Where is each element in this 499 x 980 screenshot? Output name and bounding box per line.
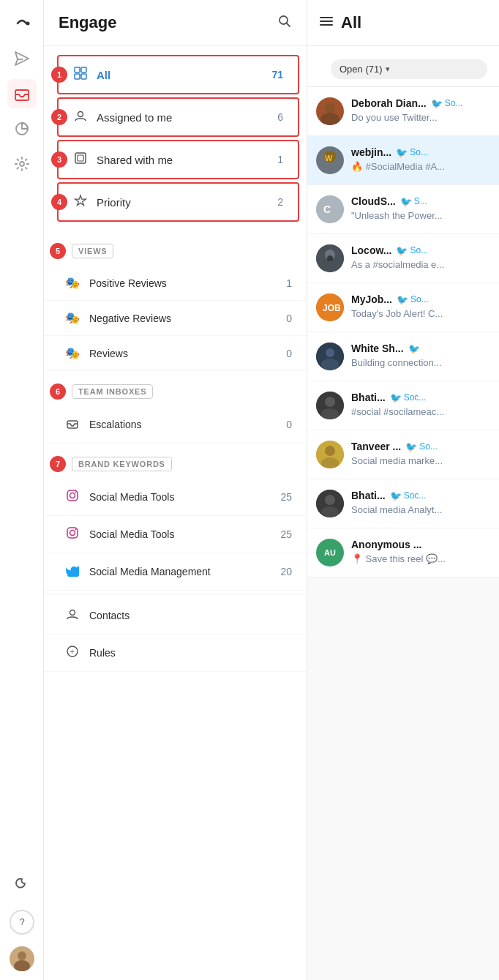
conv-name-locow: Locow... xyxy=(351,244,391,256)
search-icon[interactable] xyxy=(277,14,292,32)
reviews-count: 0 xyxy=(286,348,292,359)
rules-item[interactable]: + Rules xyxy=(44,635,307,672)
conversation-tanveer[interactable]: Tanveer ... 🐦 So... Social media marke..… xyxy=(307,430,499,479)
hamburger-icon[interactable] xyxy=(319,14,334,32)
escalations-item[interactable]: Escalations 0 xyxy=(44,406,307,444)
social-media-tools-2-count: 25 xyxy=(280,528,292,540)
negative-reviews-item[interactable]: 🎭 Negative Reviews 0 xyxy=(44,301,307,336)
nav-item-priority[interactable]: Priority 2 xyxy=(57,182,299,222)
conversation-webjin[interactable]: W webjin... 🐦 So... 🔥 #SocialMedia #A... xyxy=(307,136,499,185)
svg-point-4 xyxy=(20,162,24,166)
conversation-bhati2[interactable]: Bhati... 🐦 Soc... Social media Analyt... xyxy=(307,479,499,528)
social-media-tools-2[interactable]: Social Media Tools 25 xyxy=(44,516,307,553)
avatar-tanveer xyxy=(316,441,344,468)
conv-platform-tanveer: 🐦 So... xyxy=(405,441,438,452)
svg-rect-11 xyxy=(81,67,86,72)
conversation-deborah[interactable]: Deborah Dian... 🐦 So... Do you use Twitt… xyxy=(307,87,499,136)
shared-count: 1 xyxy=(277,154,283,165)
conv-message-deborah: Do you use Twitter... xyxy=(351,112,490,123)
conversation-myjob[interactable]: JOB MyJob... 🐦 So... Today's Job Alert! … xyxy=(307,283,499,332)
nav-item-shared[interactable]: Shared with me 1 xyxy=(57,140,299,179)
social-media-tools-1[interactable]: Social Media Tools 25 xyxy=(44,479,307,516)
main-nav-section: 1 All 71 2 xyxy=(44,46,307,231)
nav-item-assigned[interactable]: Assigned to me 6 xyxy=(57,97,299,137)
conversation-whitesh[interactable]: White Sh... 🐦 Building connection... xyxy=(307,332,499,381)
chart-icon[interactable] xyxy=(7,114,37,143)
conv-platform-label-clouds: S... xyxy=(414,196,427,206)
svg-text:+: + xyxy=(70,648,75,656)
conv-name-whitesh: White Sh... xyxy=(351,343,404,354)
priority-label: Priority xyxy=(97,196,131,209)
twitter-platform-icon-2: 🐦 xyxy=(396,147,408,158)
conversation-bhati1[interactable]: Bhati... 🐦 Soc... #social #socilameac... xyxy=(307,381,499,430)
conv-platform-label-webjin: So... xyxy=(410,147,428,157)
twitter-platform-icon: 🐦 xyxy=(431,98,443,109)
shared-label: Shared with me xyxy=(97,154,173,166)
priority-count: 2 xyxy=(277,196,283,208)
twitter-platform-icon-6: 🐦 xyxy=(408,343,420,354)
all-label: All xyxy=(97,69,110,81)
views-label: VIEWS xyxy=(72,244,113,258)
contacts-icon xyxy=(64,607,80,624)
conversation-anonymous[interactable]: AU Anonymous ... 📍 Save this reel 💬... xyxy=(307,528,499,577)
svg-point-14 xyxy=(78,112,83,117)
conv-platform-label-bhati1: Soc... xyxy=(404,392,427,403)
main-header: All xyxy=(307,0,499,46)
user-avatar[interactable] xyxy=(10,946,34,971)
conv-platform-myjob: 🐦 So... xyxy=(397,294,429,305)
inbox-icon[interactable] xyxy=(7,79,37,108)
social-media-management-label: Social Media Management xyxy=(89,566,211,577)
contacts-item[interactable]: Contacts xyxy=(44,597,307,635)
conv-message-bhati1: #social #socilameac... xyxy=(351,406,490,417)
reviews-item[interactable]: 🎭 Reviews 0 xyxy=(44,336,307,371)
positive-reviews-icon: 🎭 xyxy=(64,276,80,290)
send-icon[interactable] xyxy=(7,44,37,73)
svg-rect-15 xyxy=(75,153,86,163)
nav-item-all[interactable]: All 71 xyxy=(57,55,299,94)
conversation-clouds[interactable]: C CloudS... 🐦 S... "Unleash the Power... xyxy=(307,185,499,234)
conv-message-anonymous: 📍 Save this reel 💬... xyxy=(351,553,490,564)
sidebar: Engage 1 xyxy=(44,0,307,980)
settings-icon[interactable] xyxy=(7,149,37,179)
positive-reviews-item[interactable]: 🎭 Positive Reviews 1 xyxy=(44,266,307,301)
svg-point-7 xyxy=(14,960,30,971)
sidebar-title: Engage xyxy=(59,13,116,32)
twitter-platform-icon-7: 🐦 xyxy=(390,392,402,403)
escalations-label: Escalations xyxy=(89,419,142,430)
conv-platform-bhati2: 🐦 Soc... xyxy=(390,490,427,501)
svg-text:W: W xyxy=(325,154,333,162)
conv-name-deborah: Deborah Dian... xyxy=(351,97,427,109)
avatar-webjin: W xyxy=(316,146,344,174)
conv-platform-webjin: 🐦 So... xyxy=(396,147,428,158)
avatar-anonymous: AU xyxy=(316,539,344,566)
svg-text:C: C xyxy=(323,203,331,215)
moon-icon[interactable] xyxy=(7,869,37,898)
brand-keywords-label: BRAND KEYWORDS xyxy=(72,457,172,471)
conv-message-webjin: 🔥 #SocialMedia #A... xyxy=(351,161,490,172)
conversation-locow[interactable]: Locow... 🐦 So... As a #socialmedia e... xyxy=(307,234,499,283)
svg-point-24 xyxy=(70,610,75,616)
social-media-management[interactable]: Social Media Management 20 xyxy=(44,553,307,591)
svg-rect-12 xyxy=(75,74,80,79)
avatar-deborah xyxy=(316,97,344,125)
twitter-platform-icon-8: 🐦 xyxy=(405,441,417,452)
conv-platform-deborah: 🐦 So... xyxy=(431,98,463,109)
svg-point-31 xyxy=(320,113,339,125)
sidebar-header: Engage xyxy=(44,0,307,46)
conv-platform-whitesh: 🐦 xyxy=(408,343,420,354)
twitter-platform-icon-9: 🐦 xyxy=(390,490,402,501)
main-content: All Open (71) ▾ Deborah Dian... 🐦 So... xyxy=(307,0,499,980)
instagram-icon-1 xyxy=(64,489,80,505)
conv-platform-label-tanveer: So... xyxy=(419,441,438,452)
rules-icon: + xyxy=(64,645,80,661)
open-filter-button[interactable]: Open (71) ▾ xyxy=(331,59,487,79)
avatar-bhati2 xyxy=(316,490,344,517)
svg-rect-10 xyxy=(75,67,80,72)
conv-name-anonymous: Anonymous ... xyxy=(351,539,421,550)
svg-point-20 xyxy=(75,492,77,493)
views-section-header: VIEWS xyxy=(57,236,299,266)
positive-reviews-count: 1 xyxy=(286,277,292,289)
conv-message-bhati2: Social media Analyt... xyxy=(351,504,490,515)
assigned-label: Assigned to me xyxy=(97,111,172,124)
help-icon[interactable]: ? xyxy=(10,910,34,935)
